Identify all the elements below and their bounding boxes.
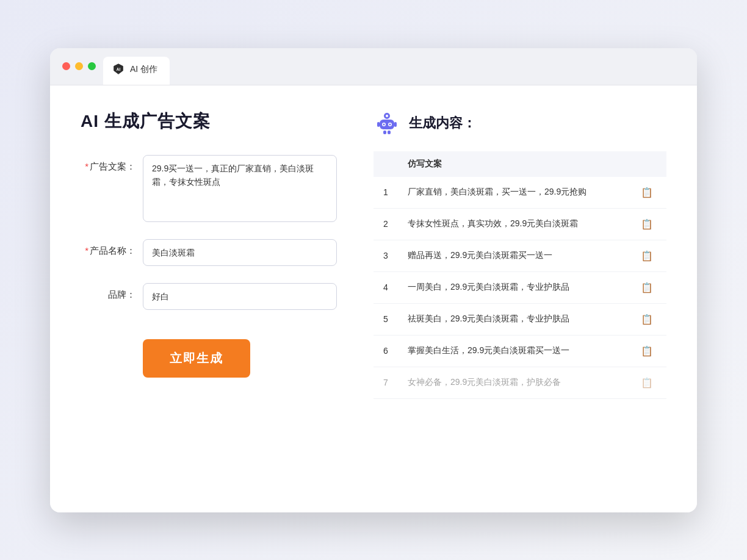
row-text: 厂家直销，美白淡斑霜，买一送一，29.9元抢购 <box>398 177 627 209</box>
product-name-input[interactable] <box>143 239 337 266</box>
row-text: 一周美白，29.9元美白淡斑霜，专业护肤品 <box>398 271 627 303</box>
form-group-ad-copy: *广告文案： 29.9买一送一，真正的厂家直销，美白淡斑霜，专抹女性斑点 <box>81 155 337 222</box>
col-text-header: 仿写文案 <box>398 151 627 177</box>
row-number: 4 <box>374 271 398 303</box>
minimize-button[interactable] <box>75 62 83 70</box>
copy-cell: 📋 <box>627 240 666 271</box>
copy-button[interactable]: 📋 <box>637 344 657 358</box>
row-number: 5 <box>374 303 398 335</box>
col-num-header <box>374 151 398 177</box>
traffic-lights <box>62 62 96 79</box>
results-table: 仿写文案 1厂家直销，美白淡斑霜，买一送一，29.9元抢购📋2专抹女性斑点，真实… <box>374 151 666 399</box>
svg-text:AI: AI <box>117 66 121 71</box>
ai-tab-icon: AI <box>112 63 125 76</box>
ad-copy-label: *广告文案： <box>81 155 135 173</box>
row-number: 3 <box>374 240 398 271</box>
left-panel: AI 生成广告文案 *广告文案： 29.9买一送一，真正的厂家直销，美白淡斑霜，… <box>81 110 337 488</box>
browser-window: AI AI 创作 AI 生成广告文案 *广告文案： 29.9买一送一，真正的厂家… <box>50 48 697 512</box>
svg-rect-10 <box>383 131 386 134</box>
copy-cell: 📋 <box>627 208 666 240</box>
ai-creation-tab[interactable]: AI AI 创作 <box>103 57 170 85</box>
row-text: 专抹女性斑点，真实功效，29.9元美白淡斑霜 <box>398 208 627 240</box>
title-bar: AI AI 创作 <box>50 48 697 85</box>
svg-rect-3 <box>380 120 394 129</box>
copy-button[interactable]: 📋 <box>637 249 657 263</box>
form-group-brand: 品牌： <box>81 283 337 310</box>
brand-input[interactable] <box>143 283 337 310</box>
svg-point-12 <box>386 115 388 117</box>
copy-button[interactable]: 📋 <box>637 376 657 390</box>
generate-button[interactable]: 立即生成 <box>143 339 250 378</box>
table-row: 7女神必备，29.9元美白淡斑霜，护肤必备📋 <box>374 367 666 398</box>
close-button[interactable] <box>62 62 70 70</box>
ad-copy-input[interactable]: 29.9买一送一，真正的厂家直销，美白淡斑霜，专抹女性斑点 <box>143 155 337 222</box>
table-row: 6掌握美白生活，29.9元美白淡斑霜买一送一📋 <box>374 335 666 367</box>
row-number: 1 <box>374 177 398 209</box>
table-header-row: 仿写文案 <box>374 151 666 177</box>
svg-point-9 <box>389 123 391 125</box>
svg-rect-11 <box>388 131 391 134</box>
copy-button[interactable]: 📋 <box>637 217 657 231</box>
right-panel: 生成内容： 仿写文案 1厂家直销，美白淡斑霜，买一送一，29.9元抢购📋2专抹女… <box>374 110 666 488</box>
copy-cell: 📋 <box>627 271 666 303</box>
copy-cell: 📋 <box>627 335 666 367</box>
required-star: * <box>85 161 88 171</box>
svg-rect-5 <box>394 122 397 127</box>
required-star-2: * <box>85 245 88 256</box>
right-header: 生成内容： <box>374 110 666 137</box>
copy-cell: 📋 <box>627 367 666 398</box>
robot-icon <box>374 110 400 137</box>
tab-label: AI 创作 <box>130 64 157 75</box>
table-row: 2专抹女性斑点，真实功效，29.9元美白淡斑霜📋 <box>374 208 666 240</box>
svg-point-8 <box>383 123 385 125</box>
content-area: AI 生成广告文案 *广告文案： 29.9买一送一，真正的厂家直销，美白淡斑霜，… <box>50 85 697 512</box>
table-row: 4一周美白，29.9元美白淡斑霜，专业护肤品📋 <box>374 271 666 303</box>
main-title: AI 生成广告文案 <box>81 110 337 133</box>
row-number: 2 <box>374 208 398 240</box>
form-group-product-name: *产品名称： <box>81 239 337 266</box>
table-row: 5祛斑美白，29.9元美白淡斑霜，专业护肤品📋 <box>374 303 666 335</box>
svg-rect-4 <box>377 122 380 127</box>
table-row: 1厂家直销，美白淡斑霜，买一送一，29.9元抢购📋 <box>374 177 666 209</box>
row-text: 女神必备，29.9元美白淡斑霜，护肤必备 <box>398 367 627 398</box>
maximize-button[interactable] <box>88 62 96 70</box>
product-name-label: *产品名称： <box>81 239 135 257</box>
col-action-header <box>627 151 666 177</box>
right-title: 生成内容： <box>409 114 476 132</box>
copy-button[interactable]: 📋 <box>637 281 657 295</box>
row-text: 祛斑美白，29.9元美白淡斑霜，专业护肤品 <box>398 303 627 335</box>
copy-button[interactable]: 📋 <box>637 185 657 199</box>
copy-cell: 📋 <box>627 303 666 335</box>
copy-button[interactable]: 📋 <box>637 312 657 326</box>
brand-label: 品牌： <box>81 283 135 301</box>
row-number: 6 <box>374 335 398 367</box>
table-row: 3赠品再送，29.9元美白淡斑霜买一送一📋 <box>374 240 666 271</box>
row-text: 掌握美白生活，29.9元美白淡斑霜买一送一 <box>398 335 627 367</box>
row-text: 赠品再送，29.9元美白淡斑霜买一送一 <box>398 240 627 271</box>
row-number: 7 <box>374 367 398 398</box>
copy-cell: 📋 <box>627 177 666 209</box>
